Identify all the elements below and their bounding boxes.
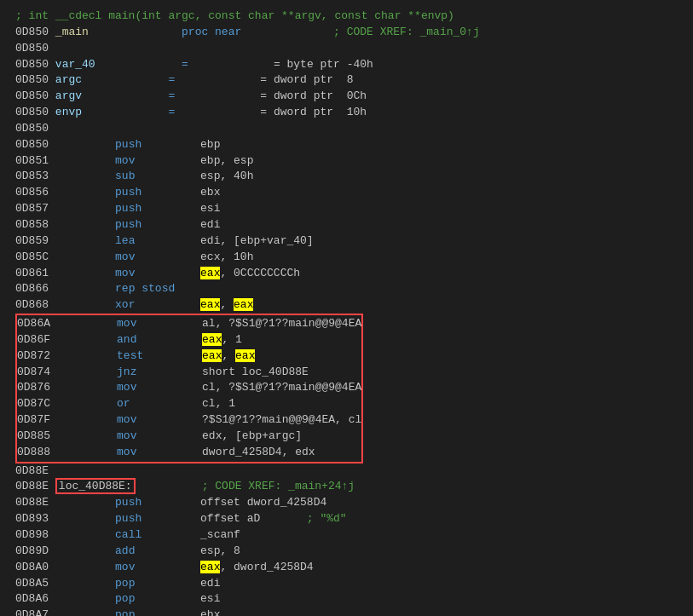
operand: ebx xyxy=(200,186,220,199)
comment: ; CODE XREF: _main+24↑j xyxy=(202,480,355,492)
address: 0D88E xyxy=(15,464,49,477)
address: 0D861 xyxy=(15,267,49,279)
highlighted-register: eax xyxy=(202,333,222,346)
operand: ebx xyxy=(200,608,220,616)
operand: esp, 40h xyxy=(200,170,253,182)
operand: edx, [ebp+argc] xyxy=(202,429,302,442)
comment: ; "%d" xyxy=(307,512,347,525)
operand: ebp xyxy=(200,138,220,151)
mnemonic: mov xyxy=(115,560,200,576)
mnemonic: = xyxy=(168,72,253,89)
address: 0D851 xyxy=(15,154,49,167)
mnemonic: add xyxy=(115,544,200,560)
mnemonic: xor xyxy=(115,297,200,314)
operand: esp, 8 xyxy=(200,544,240,557)
operand: _scanf xyxy=(200,528,240,541)
address: 0D87F xyxy=(17,413,50,426)
operand: cl, ?$S1@?1??main@@9@4EA xyxy=(202,381,361,394)
comment: ; CODE XREF: _main_0↑j xyxy=(333,26,480,38)
highlighted-register: eax xyxy=(235,349,255,362)
assembly-listing: ; int __cdecl main(int argc, const char … xyxy=(7,3,686,616)
operand: edi, [ebp+var_40] xyxy=(200,234,314,247)
mnemonic: mov xyxy=(117,445,202,461)
address: 0D858 xyxy=(15,218,49,231)
mnemonic: push xyxy=(115,137,200,153)
address: 0D898 xyxy=(15,528,49,541)
var-name: argc xyxy=(55,73,82,86)
operand: ecx, 10h xyxy=(200,250,253,263)
red-box-group: 0D86A moval, ?$S1@?1??main@@9@4EA 0D86F … xyxy=(15,314,363,463)
address: 0D850 xyxy=(15,138,49,151)
address: 0D868 xyxy=(15,298,49,311)
address: 0D888 xyxy=(17,446,50,458)
mnemonic: mov xyxy=(115,153,200,170)
mnemonic: push xyxy=(115,185,200,201)
mnemonic: proc near xyxy=(182,25,267,41)
highlighted-register: eax xyxy=(200,298,220,311)
mnemonic: test xyxy=(117,348,202,365)
mnemonic: push xyxy=(115,495,200,511)
mnemonic: mov xyxy=(115,266,200,282)
highlighted-register: eax xyxy=(200,561,220,573)
mnemonic: = xyxy=(168,105,253,121)
address: 0D850 xyxy=(15,73,49,86)
mnemonic: pop xyxy=(115,607,200,616)
mnemonic: sub xyxy=(115,169,200,185)
address: 0D859 xyxy=(15,234,49,247)
address: 0D874 xyxy=(17,366,50,378)
loc-label: loc_40D88E: xyxy=(55,478,136,494)
mnemonic: = xyxy=(168,89,253,105)
mnemonic: or xyxy=(117,396,202,412)
address: 0D850 xyxy=(15,89,49,102)
address: 0D85C xyxy=(15,250,49,263)
address: 0D876 xyxy=(17,381,50,394)
address: 0D850 xyxy=(15,106,49,118)
address: 0D850 xyxy=(15,42,49,55)
mnemonic: pop xyxy=(115,591,200,607)
address: 0D872 xyxy=(17,349,50,362)
operand: al, ?$S1@?1??main@@9@4EA xyxy=(202,317,361,330)
operand: offset dword_4258D4 xyxy=(200,496,326,509)
mnemonic: push xyxy=(115,201,200,217)
comment-line: ; int __cdecl main(int argc, const char … xyxy=(15,9,454,22)
address: 0D866 xyxy=(15,282,49,295)
mnemonic: mov xyxy=(117,412,202,429)
operand: esi xyxy=(200,202,220,215)
address: 0D88E xyxy=(15,496,49,509)
mnemonic: mov xyxy=(115,250,200,266)
mnemonic: push xyxy=(115,511,200,527)
address: 0D8A6 xyxy=(15,592,49,605)
address: 0D893 xyxy=(15,512,49,525)
address: 0D86F xyxy=(17,333,50,346)
address: 0D89D xyxy=(15,544,49,557)
mnemonic: mov xyxy=(117,380,202,396)
var-value: = byte ptr -40h xyxy=(274,58,373,71)
mnemonic: lea xyxy=(115,233,200,250)
operand: cl, 1 xyxy=(202,397,235,410)
address: 0D850 xyxy=(15,122,49,135)
mnemonic: pop xyxy=(115,576,200,592)
operand: edi xyxy=(200,577,220,590)
mnemonic: push xyxy=(115,217,200,233)
var-value: = dword ptr 8 xyxy=(260,73,353,86)
address: 0D885 xyxy=(17,429,50,442)
var-name: var_40 xyxy=(55,58,95,71)
operand: ebp, esp xyxy=(200,154,253,167)
address: 0D87C xyxy=(17,397,50,410)
address: 0D850 xyxy=(15,26,49,38)
address: 0D8A7 xyxy=(15,608,49,616)
proc-name: _main xyxy=(55,26,89,38)
operand: edi xyxy=(200,218,220,231)
mnemonic: jnz xyxy=(117,365,202,381)
highlighted-register: eax xyxy=(200,267,220,279)
var-value: = dword ptr 10h xyxy=(260,106,367,118)
mnemonic: and xyxy=(117,332,202,348)
operand: short loc_40D88E xyxy=(202,366,309,378)
highlighted-register: eax xyxy=(234,298,253,311)
address: 0D856 xyxy=(15,186,49,199)
var-name: envp xyxy=(55,106,82,118)
address: 0D8A0 xyxy=(15,561,49,573)
mnemonic: mov xyxy=(117,316,202,332)
address: 0D857 xyxy=(15,202,49,215)
highlighted-register: eax xyxy=(202,349,222,362)
